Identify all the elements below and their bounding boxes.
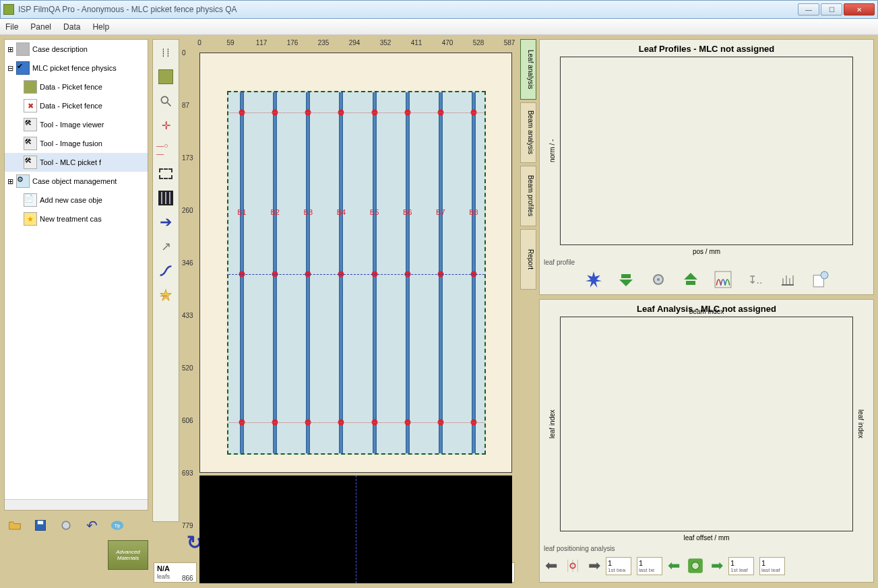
analysis-left-axis-label: leaf index bbox=[548, 317, 556, 531]
select-area-icon[interactable] bbox=[156, 164, 176, 184]
beam-label: B5 bbox=[370, 208, 379, 216]
tree-node-mlc-pf[interactable]: ⊟✔ MLC picket fence physics bbox=[5, 59, 148, 77]
right-stack: Leaf Profiles - MLC not assigned norm / … bbox=[539, 39, 874, 583]
tree-node-add-obj[interactable]: 📄 Add new case obje bbox=[5, 191, 148, 209]
leaf-analysis-chart[interactable]: beam index leaf index leaf index leaf of… bbox=[560, 317, 853, 531]
horiz-guide bbox=[227, 422, 486, 423]
tree-node-case-desc[interactable]: ⊞ Case description bbox=[5, 40, 148, 59]
tree-node-data-pf2[interactable]: ✖ Data - Picket fence bbox=[5, 96, 148, 115]
first-leaf-input[interactable]: 11st leaf bbox=[728, 557, 754, 575]
ruler-tick: 779 bbox=[182, 522, 193, 529]
svg-point-5 bbox=[161, 96, 168, 103]
tree-label: New treatment cas bbox=[40, 215, 102, 223]
svg-point-36 bbox=[692, 562, 699, 570]
overlay-curves-icon[interactable] bbox=[713, 270, 733, 289]
menubar: File Panel Data Help bbox=[0, 19, 878, 35]
film-thumbnail-icon[interactable] bbox=[156, 67, 176, 87]
ruler-tick: 433 bbox=[182, 312, 193, 319]
ruler-tick: 470 bbox=[442, 39, 453, 46]
tree-node-new-case[interactable]: ★ New treatment cas bbox=[5, 209, 148, 228]
export-icon[interactable] bbox=[810, 270, 830, 289]
close-button[interactable]: ✕ bbox=[844, 3, 875, 15]
app-icon bbox=[3, 4, 14, 15]
measure-icon[interactable]: ↧.. bbox=[745, 270, 765, 289]
beam-label: B1 bbox=[237, 208, 246, 216]
minimize-button[interactable]: — bbox=[798, 3, 819, 15]
menu-panel[interactable]: Panel bbox=[30, 22, 51, 32]
sigmoid-icon[interactable] bbox=[156, 261, 176, 281]
ruler-tick: 352 bbox=[380, 39, 391, 46]
ruler-tick: 87 bbox=[182, 102, 189, 109]
ruler-tick: 346 bbox=[182, 259, 193, 267]
ruler-tick: 693 bbox=[182, 469, 193, 477]
tree-node-tool-fusion[interactable]: 🛠 Tool - Image fusion bbox=[5, 134, 148, 153]
svg-text:Tip: Tip bbox=[115, 523, 121, 529]
tree-node-data-pf1[interactable]: Data - Picket fence bbox=[5, 77, 148, 96]
image-toolstrip: ┊┊ ✛ —○— ➔ ↗ — bbox=[152, 39, 179, 522]
case-tree[interactable]: ⊞ Case description ⊟✔ MLC picket fence p… bbox=[4, 39, 148, 511]
horiz-guide bbox=[227, 112, 486, 113]
tree-label: MLC picket fence physics bbox=[32, 64, 117, 72]
save-button[interactable] bbox=[31, 516, 50, 535]
zoom-icon[interactable] bbox=[156, 91, 176, 111]
beam-target-icon[interactable] bbox=[563, 556, 583, 575]
image-stage[interactable]: 059117176235294352411470528587 087173260… bbox=[179, 39, 516, 522]
grip-icon[interactable]: ┊┊ bbox=[156, 42, 176, 63]
ruler-icon[interactable] bbox=[778, 270, 798, 289]
ruler-tick: 606 bbox=[182, 417, 193, 424]
menu-file[interactable]: File bbox=[5, 22, 18, 32]
tree-scrollbar[interactable] bbox=[5, 499, 148, 510]
film-holder: B1B2B3B4B5B6B7B8 bbox=[199, 53, 512, 473]
move-down-icon[interactable] bbox=[616, 270, 636, 289]
ruler-tick: 0 bbox=[197, 39, 201, 46]
left-toolbar: ↶ Tip bbox=[4, 511, 148, 540]
menu-help[interactable]: Help bbox=[92, 22, 109, 32]
tab-report[interactable]: Report bbox=[520, 229, 536, 290]
step-icon[interactable]: ↗ bbox=[156, 236, 176, 257]
maximize-button[interactable]: ☐ bbox=[821, 3, 842, 15]
beam-label: B6 bbox=[403, 208, 412, 216]
gear-icon[interactable] bbox=[648, 270, 668, 289]
star-marker-icon[interactable]: — bbox=[156, 285, 176, 305]
picket-preview-icon[interactable] bbox=[156, 188, 176, 208]
last-leaf-input[interactable]: 1last leaf bbox=[759, 557, 785, 575]
menu-data[interactable]: Data bbox=[63, 22, 80, 32]
leaf-profiles-title: Leaf Profiles - MLC not assigned bbox=[544, 44, 869, 54]
leaf-analysis-panel: Leaf Analysis - MLC not assigned beam in… bbox=[539, 299, 874, 583]
leaf-profiles-chart[interactable]: norm / - pos / mm bbox=[560, 57, 853, 245]
arrow-right-icon[interactable]: ➔ bbox=[156, 212, 176, 232]
marker-circle-icon[interactable]: —○— bbox=[156, 139, 176, 160]
analysis-right-axis-label: leaf index bbox=[857, 317, 865, 531]
film-image[interactable]: B1B2B3B4B5B6B7B8 bbox=[227, 91, 486, 455]
tab-beam-analysis[interactable]: Beam analysis bbox=[520, 102, 536, 163]
tree-node-case-mgmt[interactable]: ⊞⚙ Case object management bbox=[5, 172, 148, 191]
settings-button[interactable] bbox=[57, 516, 75, 535]
main-area: ⊞ Case description ⊟✔ MLC picket fence p… bbox=[0, 35, 878, 587]
ruler-tick: 117 bbox=[256, 39, 268, 46]
leaf-gear-icon[interactable] bbox=[685, 556, 705, 575]
tree-label: Tool - MLC picket f bbox=[40, 158, 101, 166]
last-beam-input[interactable]: 1last be bbox=[637, 557, 662, 575]
leaf-next-button[interactable]: ➡ bbox=[711, 557, 723, 575]
first-beam-input[interactable]: 11st bea bbox=[606, 557, 631, 575]
window-controls: — ☐ ✕ bbox=[798, 3, 875, 15]
tip-button[interactable]: Tip bbox=[108, 516, 127, 535]
burst-settings-icon[interactable] bbox=[584, 270, 604, 289]
ruler-tick: 260 bbox=[182, 207, 193, 214]
crosshair-icon[interactable]: ✛ bbox=[156, 115, 176, 135]
ruler-tick: 520 bbox=[182, 364, 193, 372]
tab-beam-profiles[interactable]: Beam profiles bbox=[520, 166, 536, 226]
tree-node-tool-mlc[interactable]: 🛠 Tool - MLC picket f bbox=[5, 153, 148, 172]
svg-point-30 bbox=[821, 271, 828, 279]
ruler-tick: 59 bbox=[226, 39, 234, 46]
tab-leaf-analysis[interactable]: Leaf analysis bbox=[520, 39, 536, 100]
leaf-prev-button[interactable]: ⬅ bbox=[668, 557, 680, 575]
move-up-icon[interactable] bbox=[681, 270, 701, 289]
undo-button[interactable]: ↶ bbox=[82, 516, 101, 535]
svg-point-22 bbox=[657, 278, 660, 281]
center-panel: ┊┊ ✛ —○— ➔ ↗ — 0591171762352943524114705… bbox=[152, 39, 516, 583]
tree-node-tool-viewer[interactable]: 🛠 Tool - Image viewer bbox=[5, 115, 148, 134]
beam-next-fast-button[interactable]: ➡ bbox=[588, 557, 600, 575]
beam-prev-fast-button[interactable]: ⬅ bbox=[545, 557, 557, 575]
open-folder-button[interactable] bbox=[5, 516, 24, 535]
